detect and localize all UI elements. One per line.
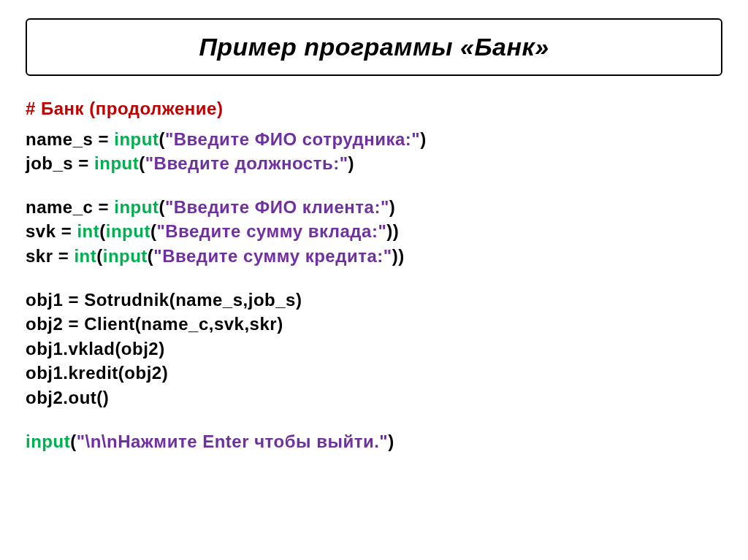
code-line: name_c = input("Введите ФИО клиента:") [26, 195, 722, 220]
code-text: skr = [26, 246, 74, 266]
code-text: name_c = [26, 197, 114, 217]
code-string: "Введите ФИО сотрудника:" [165, 129, 420, 149]
code-line: obj1.vklad(obj2) [26, 337, 722, 361]
title-box: Пример программы «Банк» [26, 18, 722, 76]
code-text: )) [392, 246, 405, 266]
code-string: "Введите ФИО клиента:" [165, 197, 389, 217]
slide-title: Пример программы «Банк» [34, 33, 714, 61]
code-text: ) [389, 197, 396, 217]
code-block: # Банк (продолжение) name_s = input("Вве… [26, 96, 722, 453]
code-line: obj2.out() [26, 386, 722, 410]
code-fn: input [114, 129, 159, 149]
code-fn: input [103, 246, 148, 266]
code-text: ) [348, 153, 355, 173]
code-text: job_s = [26, 153, 94, 173]
code-fn: int [74, 246, 96, 266]
code-text: ( [139, 153, 145, 173]
code-line: job_s = input("Введите должность:") [26, 151, 722, 176]
code-text: ) [388, 431, 394, 451]
code-line: obj2 = Client(name_c,svk,skr) [26, 312, 722, 337]
code-fn: input [114, 197, 159, 217]
code-line: skr = int(input("Введите сумму кредита:"… [26, 244, 722, 269]
code-line: obj1.kredit(obj2) [26, 361, 722, 386]
code-string: "Введите должность:" [145, 153, 348, 173]
code-text: ( [99, 221, 106, 241]
code-text: ( [159, 129, 165, 149]
code-text: ) [420, 129, 427, 149]
code-line: obj1 = Sotrudnik(name_s,job_s) [26, 288, 722, 312]
code-string: "Введите сумму кредита:" [153, 246, 392, 266]
code-comment: # Банк (продолжение) [26, 96, 722, 121]
code-text: svk = [26, 221, 77, 241]
code-text: ( [70, 431, 77, 451]
code-string: "\n\nНажмите Enter чтобы выйти." [77, 431, 389, 451]
code-fn: input [106, 221, 150, 241]
code-line: name_s = input("Введите ФИО сотрудника:"… [26, 127, 722, 152]
code-text: name_s = [26, 129, 114, 149]
code-text: ( [159, 197, 165, 217]
slide-container: Пример программы «Банк» # Банк (продолже… [0, 0, 748, 472]
code-fn: input [94, 153, 139, 173]
code-fn: input [26, 431, 70, 451]
code-line: svk = int(input("Введите сумму вклада:")… [26, 219, 722, 244]
code-line: input("\n\nНажмите Enter чтобы выйти.") [26, 429, 722, 454]
code-fn: int [77, 221, 99, 241]
code-string: "Введите сумму вклада:" [156, 221, 386, 241]
code-text: ( [96, 246, 103, 266]
code-text: )) [386, 221, 399, 241]
